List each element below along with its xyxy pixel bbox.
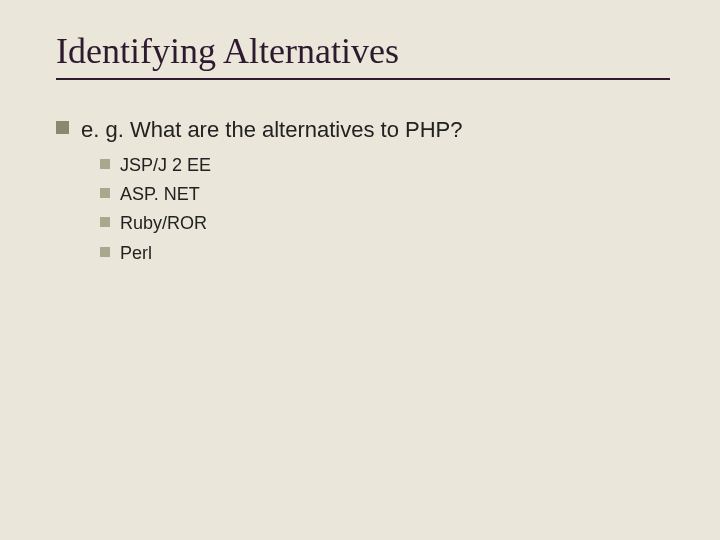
list-item-label: Ruby/ROR [120,212,207,235]
level1-text: e. g. What are the alternatives to PHP? [81,116,463,144]
list-item: JSP/J 2 EE [100,154,670,177]
list-item-label: ASP. NET [120,183,200,206]
list-item: ASP. NET [100,183,670,206]
square-bullet-icon [56,121,69,134]
bullet-level1: e. g. What are the alternatives to PHP? [56,116,670,144]
square-bullet-icon [100,159,110,169]
slide-title: Identifying Alternatives [56,30,670,72]
list-item-label: JSP/J 2 EE [120,154,211,177]
list-item: Ruby/ROR [100,212,670,235]
square-bullet-icon [100,247,110,257]
list-item-label: Perl [120,242,152,265]
sublist: JSP/J 2 EE ASP. NET Ruby/ROR Perl [100,154,670,266]
slide: Identifying Alternatives e. g. What are … [0,0,720,540]
title-underline [56,78,670,80]
square-bullet-icon [100,188,110,198]
list-item: Perl [100,242,670,265]
square-bullet-icon [100,217,110,227]
